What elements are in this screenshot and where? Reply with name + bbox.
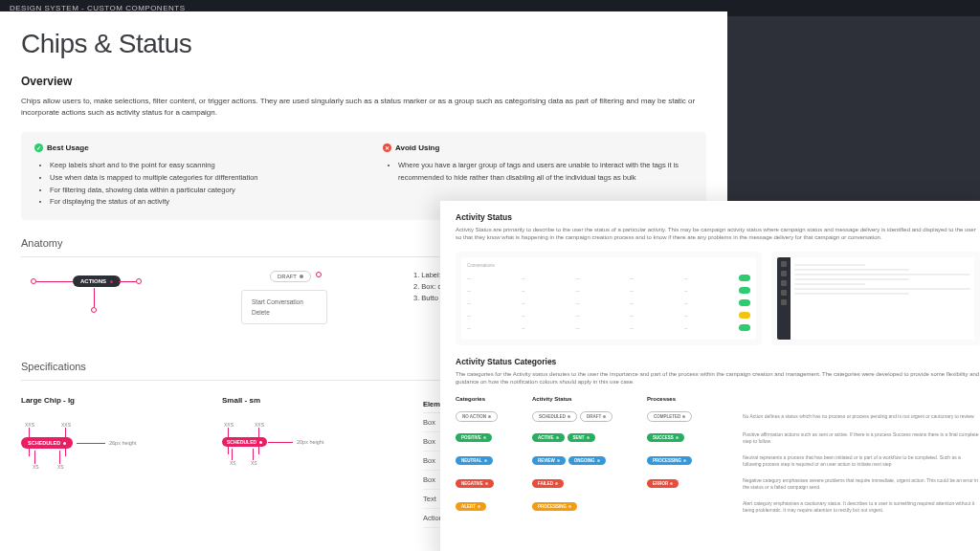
table-row: ————— xyxy=(467,284,750,297)
col-head: Activity Status xyxy=(532,396,647,402)
mock-line xyxy=(794,293,908,295)
anatomy-label-list: 1. Label: 2. Box: c 3. Butto xyxy=(413,271,441,305)
pill-icon xyxy=(739,275,751,281)
status-pill[interactable]: DRAFT xyxy=(580,411,612,422)
best-usage-col: ✓ Best Usage Keep labels short and to th… xyxy=(34,143,345,209)
category-desc: Positive affirmation actions such as sen… xyxy=(743,431,980,445)
table-row: ————— xyxy=(467,309,750,321)
avoid-usage-title: Avoid Using xyxy=(395,143,439,152)
cross-icon: ✕ xyxy=(383,143,391,152)
spec-guide xyxy=(268,442,293,443)
spec-guide xyxy=(59,451,60,464)
category-desc: Alert category emphasises a cautionary s… xyxy=(743,500,980,514)
table-row: NEGATIVE FAILED ERROR Negative category … xyxy=(456,473,980,496)
process-pill[interactable]: SUCCESS xyxy=(647,433,684,442)
category-pill[interactable]: POSITIVE xyxy=(456,433,492,442)
chip-actions[interactable]: ACTIONS xyxy=(73,276,121,287)
status-pill[interactable]: REVIEW xyxy=(532,456,566,465)
chip-action-dot xyxy=(259,441,262,444)
spec-large-chip: Large Chip - lg XXS XXS SCHEDULED 26px h… xyxy=(21,396,174,528)
spec-label: Small - sm xyxy=(222,396,375,405)
mock-sidebar xyxy=(777,257,791,340)
overview-heading: Overview xyxy=(21,75,706,88)
category-desc: Negative category emphasises severe prob… xyxy=(743,477,980,491)
callout-marker xyxy=(136,278,142,284)
callout-line xyxy=(119,281,136,282)
callout-line xyxy=(94,288,95,307)
nav-icon xyxy=(781,299,787,305)
spec-guide xyxy=(232,449,233,460)
chip-action-dot xyxy=(63,442,66,445)
spec-chip-example[interactable]: SCHEDULED xyxy=(222,437,267,447)
page-title: Chips & Status xyxy=(21,29,706,59)
mock-table-title: Conversations xyxy=(467,263,750,268)
category-pill[interactable]: NEGATIVE xyxy=(456,479,494,488)
pill-icon xyxy=(739,287,751,294)
status-pill[interactable]: ACTIVE xyxy=(532,433,565,442)
table-row: ————— xyxy=(467,321,750,334)
chip-dropdown-menu: Start Conversation Delete xyxy=(241,290,327,324)
activity-status-desc: Activity Status are primarily to describ… xyxy=(456,226,980,242)
spec-dim: XXS xyxy=(255,422,264,428)
spec-guide xyxy=(34,451,35,464)
menu-item-start[interactable]: Start Conversation xyxy=(252,297,317,307)
chip-label: DRAFT xyxy=(278,274,297,279)
spec-height-note: 26px height xyxy=(109,440,136,446)
col-head: Processes xyxy=(647,396,743,402)
status-pill[interactable]: SENT xyxy=(568,433,595,442)
menu-item-delete[interactable]: Delete xyxy=(252,307,317,318)
spec-small-chip: Small - sm XXS XXS SCHEDULED 20px height… xyxy=(222,396,375,528)
chip-action-dot xyxy=(110,280,113,283)
chip-label: SCHEDULED xyxy=(28,440,60,446)
status-pill[interactable]: SCHEDULED xyxy=(532,411,577,422)
nav-icon xyxy=(781,261,787,267)
nav-icon xyxy=(781,280,787,286)
category-desc: Neutral represents a process that has be… xyxy=(743,454,980,468)
status-pill[interactable]: ONGOING xyxy=(568,456,606,465)
callout-line xyxy=(36,281,73,282)
mock-content xyxy=(791,257,974,340)
nav-icon xyxy=(781,271,787,276)
spec-diagram: XXS XXS SCHEDULED 26px height XS XS xyxy=(21,422,174,470)
category-pill[interactable]: NO ACTION xyxy=(456,411,498,422)
list-item: Keep labels short and to the point for e… xyxy=(50,160,345,172)
mock-line xyxy=(794,288,970,290)
best-usage-title: Best Usage xyxy=(47,143,89,152)
chip-draft[interactable]: DRAFT xyxy=(270,271,311,282)
spec-dim: XXS xyxy=(25,422,34,428)
pill-icon xyxy=(739,299,751,306)
spec-dim: XS xyxy=(251,460,257,466)
anatomy-label: 1. Label: xyxy=(413,271,441,279)
process-pill[interactable]: PROCESSING xyxy=(647,456,692,465)
mock-line xyxy=(794,269,908,271)
spec-guide xyxy=(77,443,105,444)
activity-status-heading: Activity Status xyxy=(456,212,980,222)
process-pill[interactable]: COMPLETED xyxy=(647,411,692,422)
process-pill[interactable]: ERROR xyxy=(647,479,679,488)
chip-label: SCHEDULED xyxy=(227,439,256,445)
anatomy-diagram-actions: ACTIONS xyxy=(21,271,212,338)
chip-menu-dot xyxy=(300,275,303,278)
list-item: For displaying the status of an activity xyxy=(50,196,345,209)
callout-marker xyxy=(91,307,97,313)
best-usage-list: Keep labels short and to the point for e… xyxy=(50,160,345,209)
status-pill[interactable]: FAILED xyxy=(532,479,564,488)
mock-line xyxy=(794,278,908,280)
callout-marker xyxy=(316,272,322,277)
preview-app-mock xyxy=(771,252,980,345)
table-row: POSITIVE ACTIVE SENT SUCCESS Positive af… xyxy=(456,427,980,450)
status-pill[interactable]: PROCESSING xyxy=(532,502,577,511)
categories-heading: Activity Status Categories xyxy=(456,357,980,366)
avoid-usage-list: Where you have a larger group of tags an… xyxy=(398,160,693,185)
spec-chip-example[interactable]: SCHEDULED xyxy=(21,437,73,449)
spec-height-note: 20px height xyxy=(297,439,323,445)
category-pill[interactable]: ALERT xyxy=(456,502,486,511)
category-pill[interactable]: NEUTRAL xyxy=(456,456,493,465)
chip-label: ACTIONS xyxy=(80,278,106,284)
spec-dim: XS xyxy=(57,464,64,470)
pill-icon xyxy=(739,324,751,331)
mock-table: Conversations ————— ————— ————— ————— ——… xyxy=(461,257,756,340)
spec-label: Large Chip - lg xyxy=(21,396,174,405)
categories-table: Categories Activity Status Processes NO … xyxy=(456,396,980,518)
spec-dim: XXS xyxy=(224,422,234,428)
